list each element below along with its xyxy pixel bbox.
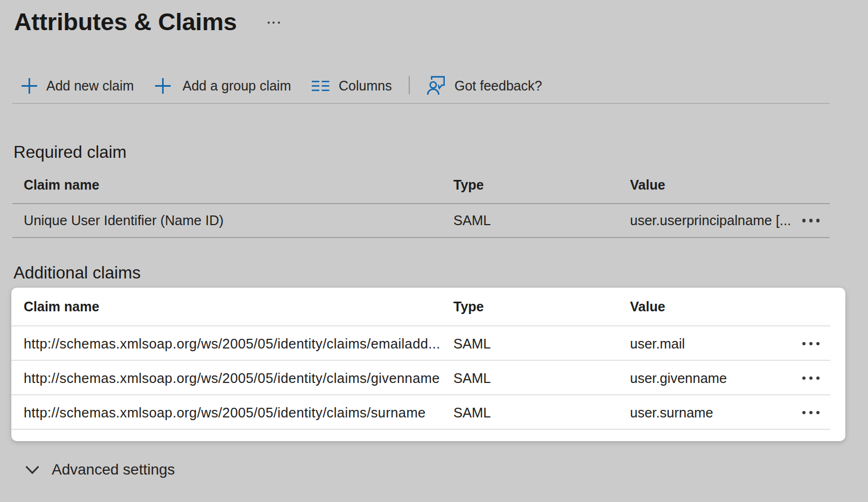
claim-row-givenname[interactable]: http://schemas.xmlsoap.org/ws/2005/05/id… — [11, 361, 845, 395]
value-cell: user.surname — [630, 395, 713, 430]
column-header-type: Type — [453, 166, 484, 204]
ellipsis-icon — [802, 376, 806, 380]
columns-icon — [312, 81, 330, 91]
claim-name-cell[interactable]: Unique User Identifier (Name ID) — [24, 204, 223, 238]
type-cell: SAML — [453, 361, 491, 395]
value-cell: user.mail — [630, 326, 685, 361]
chevron-down-icon — [25, 465, 39, 475]
claim-name-cell[interactable]: http://schemas.xmlsoap.org/ws/2005/05/id… — [24, 361, 440, 395]
add-new-claim-button[interactable]: Add new claim — [22, 68, 134, 103]
add-new-claim-label: Add new claim — [46, 78, 134, 94]
value-cell: user.givenname — [630, 361, 727, 395]
ellipsis-icon — [802, 342, 806, 346]
got-feedback-button[interactable]: Got feedback? — [427, 68, 542, 103]
value-cell: user.userprincipalname [... — [630, 204, 791, 238]
type-cell: SAML — [453, 204, 491, 238]
advanced-settings-label: Advanced settings — [52, 461, 175, 478]
claim-row-surname[interactable]: http://schemas.xmlsoap.org/ws/2005/05/id… — [11, 395, 845, 430]
type-cell: SAML — [453, 326, 491, 361]
row-actions-button[interactable] — [797, 395, 825, 430]
add-group-claim-label: Add a group claim — [183, 78, 291, 94]
required-claim-row[interactable]: Unique User Identifier (Name ID) SAML us… — [0, 204, 868, 238]
required-claim-heading: Required claim — [13, 140, 127, 164]
ellipsis-icon — [802, 411, 806, 415]
type-cell: SAML — [453, 395, 491, 430]
advanced-settings-toggle[interactable]: Advanced settings — [25, 457, 175, 483]
ellipsis-icon — [802, 219, 806, 222]
additional-table-header: Claim name Type Value — [11, 288, 845, 325]
title-more-button[interactable] — [261, 15, 286, 30]
column-header-claim-name: Claim name — [24, 166, 99, 204]
column-header-value: Value — [630, 288, 665, 325]
toolbar-divider — [12, 103, 830, 104]
got-feedback-label: Got feedback? — [454, 78, 542, 94]
more-options-icon — [268, 22, 270, 24]
row-actions-button[interactable] — [797, 361, 825, 395]
required-table-header: Claim name Type Value — [0, 166, 868, 204]
additional-claims-table: Claim name Type Value http://schemas.xml… — [11, 288, 845, 441]
claim-row-emailaddress[interactable]: http://schemas.xmlsoap.org/ws/2005/05/id… — [11, 326, 845, 361]
toolbar-separator — [409, 76, 410, 94]
plus-icon — [22, 78, 37, 94]
feedback-icon — [427, 76, 445, 95]
plus-icon — [155, 78, 171, 94]
columns-button[interactable]: Columns — [312, 68, 392, 103]
column-header-value: Value — [630, 166, 665, 204]
row-actions-button[interactable] — [797, 204, 825, 238]
claim-name-cell[interactable]: http://schemas.xmlsoap.org/ws/2005/05/id… — [24, 395, 426, 430]
table-divider — [11, 429, 830, 430]
add-group-claim-button[interactable]: Add a group claim — [155, 68, 291, 103]
additional-claims-heading: Additional claims — [13, 260, 141, 285]
page-title: Attributes & Claims — [14, 5, 237, 39]
claim-name-cell[interactable]: http://schemas.xmlsoap.org/ws/2005/05/id… — [24, 326, 440, 361]
columns-label: Columns — [339, 78, 392, 94]
command-bar: Add new claim Add a group claim Columns — [0, 68, 868, 103]
row-actions-button[interactable] — [797, 326, 825, 361]
column-header-type: Type — [453, 288, 484, 325]
table-divider — [12, 237, 830, 238]
column-header-claim-name: Claim name — [24, 288, 99, 325]
